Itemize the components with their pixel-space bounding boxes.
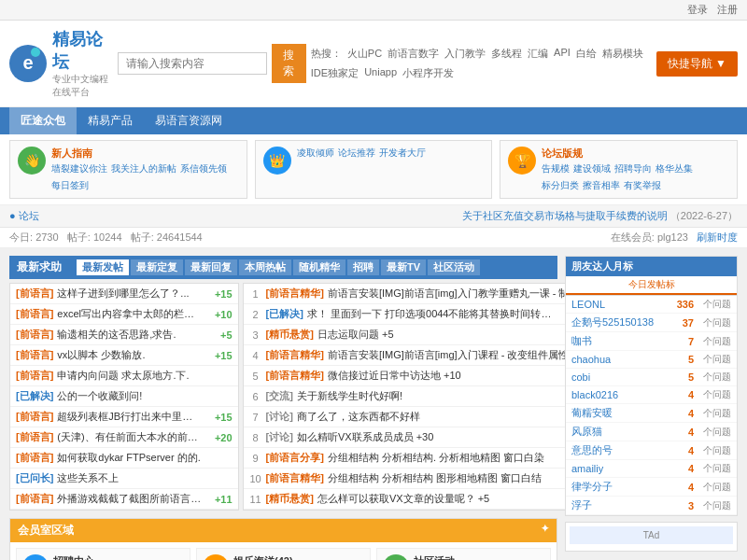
posts-section-label: 最新求助: [17, 259, 62, 275]
new-post-title-6[interactable]: 商了么了，这东西都不好样: [297, 410, 586, 424]
tab-jobs[interactable]: 招聘: [347, 259, 379, 275]
friend-name-8[interactable]: 意思的号: [571, 443, 666, 457]
member-card-2: 🌐 社区活动 主题: 489, 帖子: 4万 最后发表: 秋天 23:15: [376, 548, 551, 560]
hot-tag-3[interactable]: 多线程: [491, 47, 522, 61]
breadcrumb-home[interactable]: ● 论坛: [9, 210, 39, 221]
nav-item-0[interactable]: 匠途众包: [9, 107, 77, 134]
banner-2-link-5[interactable]: 标分归类: [542, 179, 579, 192]
hot-tag-0[interactable]: 火山PC: [347, 47, 382, 61]
friend-name-4[interactable]: cobi: [571, 371, 666, 383]
friend-tab-today[interactable]: 今日发帖标: [566, 276, 737, 295]
new-post-title-3[interactable]: 前语言安装[IMG]前语言[img]入门课程 - 改变组件属性与属色: [328, 348, 586, 362]
banner-2-link-1[interactable]: 告规模: [542, 162, 570, 175]
new-post-title-8[interactable]: 分组相结构 分析相结构. 分析相地精图 窗口白染: [328, 451, 586, 465]
post-num-10: 11: [249, 494, 262, 505]
stats-val3: 24641544: [157, 231, 203, 243]
stats-online-user[interactable]: plg123: [657, 231, 688, 243]
friend-name-1[interactable]: 企鹅号525150138: [571, 315, 666, 329]
banner-0-link-4[interactable]: 每日签到: [51, 179, 89, 192]
register-link[interactable]: 注册: [717, 3, 738, 17]
friend-name-0[interactable]: LEONL: [571, 299, 666, 310]
banner-2-link-4[interactable]: 格华丛集: [655, 162, 693, 175]
new-post-title-4[interactable]: 微信接过近日常中访达地 +10: [328, 369, 586, 383]
header-search-input[interactable]: [118, 52, 267, 75]
banner-2-link-2[interactable]: 建设领域: [573, 162, 611, 175]
hot-tag-1[interactable]: 前语言数字: [388, 47, 439, 61]
new-post-title-5[interactable]: 关于新线学生时代好啊!: [297, 389, 586, 403]
friend-item-10: 律学分子 4 个问题: [566, 478, 737, 497]
friend-name-10[interactable]: 律学分子: [571, 480, 666, 494]
friend-name-2[interactable]: 咖书: [571, 334, 666, 348]
new-post-title-2[interactable]: 日志运取问题 +5: [317, 328, 586, 342]
new-post-title-10[interactable]: 怎么样可以获取VX文章的设量呢？ +5: [317, 492, 586, 506]
quick-nav-btn[interactable]: 快捷导航 ▼: [656, 51, 738, 77]
friend-name-7[interactable]: 风原猫: [571, 425, 666, 439]
post-title-2[interactable]: 输遗相关的这否思路,求告.: [57, 328, 202, 342]
member-card-title-1[interactable]: 娱乐海洋(42): [233, 554, 327, 560]
nav-item-1[interactable]: 精易产品: [77, 107, 144, 134]
friend-item-4: cobi 5 个问题: [566, 369, 737, 386]
post-num-3: 4: [249, 350, 262, 361]
post-title-1[interactable]: excel写出内容拿中太郎的栏栏者看.: [57, 307, 202, 321]
banner-0-link-1[interactable]: 墙裂建议你注: [51, 162, 107, 175]
banner-2-link-3[interactable]: 招聘导向: [614, 162, 652, 175]
post-title-4[interactable]: 申请内向问题 求太原地方.下.: [57, 369, 232, 383]
post-num-4: 5: [249, 371, 262, 382]
post-title-7[interactable]: (天津)、有任前面大本水的前后号号.: [57, 430, 202, 444]
post-title-6[interactable]: 超级列表框JB行打出来中里面的问题.: [57, 410, 202, 424]
post-title-9[interactable]: 这些关系不上: [57, 471, 232, 485]
header-search-btn[interactable]: 搜索: [272, 44, 306, 83]
stats-refresh[interactable]: 刷新时度: [697, 231, 738, 243]
new-post-title-9[interactable]: 分组相结构 分析相结构 图形相地精图 窗口白结: [328, 471, 586, 485]
stats-sep2: 帖子:: [125, 231, 157, 243]
banner-1-link-2[interactable]: 论坛推荐: [338, 147, 375, 160]
new-post-tag-7: [讨论]: [266, 430, 293, 444]
new-post-tag-6: [讨论]: [266, 410, 293, 424]
member-card-title-0[interactable]: 招聘中心: [53, 554, 141, 560]
post-title-5[interactable]: 公的一个收藏到问!: [57, 389, 232, 403]
tab-activity[interactable]: 社区活动: [428, 259, 480, 275]
post-tag-10: [前语言]: [16, 492, 53, 506]
banner-0-link-2[interactable]: 我关注人的新帖: [111, 162, 176, 175]
hot-tag-4[interactable]: 汇编: [528, 47, 548, 61]
banner-0-link-3[interactable]: 系信领先领: [180, 162, 227, 175]
hot-tag-8[interactable]: IDE独家定: [311, 66, 359, 80]
friend-name-3[interactable]: chaohua: [571, 354, 666, 365]
friend-label-6: 个问题: [694, 407, 731, 420]
post-title-10[interactable]: 外播游戏截截了截图所前语言调试.: [57, 492, 202, 506]
login-link[interactable]: 登录: [687, 3, 708, 17]
hot-tag-10[interactable]: 小程序开发: [402, 66, 454, 80]
tab-random[interactable]: 随机精华: [293, 259, 345, 275]
post-item-10: [前语言] 外播游戏截截了截图所前语言调试. +11: [10, 489, 238, 510]
banner-2-link-7[interactable]: 有奖举报: [624, 179, 661, 192]
hot-tag-5[interactable]: API: [554, 47, 571, 61]
tab-tv[interactable]: 最新TV: [381, 259, 426, 275]
friend-name-6[interactable]: 葡糯安暖: [571, 406, 666, 420]
breadcrumb-notice-link[interactable]: 关于社区充值交易市场格与捷取手续费的说明: [462, 210, 668, 221]
friend-name-5[interactable]: black0216: [571, 389, 666, 400]
banner-1-link-3[interactable]: 开发者大厅: [379, 147, 426, 160]
post-score-2: +5: [206, 329, 233, 341]
post-score-3: +15: [206, 350, 233, 361]
hot-tag-7[interactable]: 精易模块: [602, 47, 643, 61]
post-title-0[interactable]: 这样子进到到哪里怎么了？...: [57, 287, 202, 301]
nav-item-2[interactable]: 易语言资源网: [144, 107, 233, 134]
tab-new-reply[interactable]: 最新定复: [131, 259, 183, 275]
new-post-title-7[interactable]: 如么精听VX联系成员成员 +30: [297, 430, 586, 444]
post-title-3[interactable]: vx以脚本 少数输放.: [57, 348, 202, 362]
hot-tag-9[interactable]: Uniapp: [364, 66, 397, 80]
new-post-title-0[interactable]: 前语言安装[IMG]前语言[img]入门教学重赠丸一课 - 制作一个完整UI: [328, 287, 586, 301]
hot-tag-6[interactable]: 白给: [576, 47, 597, 61]
tab-hot-week[interactable]: 本周热帖: [239, 259, 291, 275]
friend-name-9[interactable]: amailiy: [571, 463, 666, 474]
post-title-8[interactable]: 如何获取dykar FTPserver 的的.: [57, 451, 232, 465]
tab-latest-reply[interactable]: 最新回复: [185, 259, 237, 275]
banner-1-link-1[interactable]: 凌取倾师: [297, 147, 334, 160]
friend-item-5: black0216 4 个问题: [566, 386, 737, 404]
new-post-title-1[interactable]: 求！ 里面到一下 打印选项0044不能将其替换时间转换问题: [307, 307, 557, 321]
member-card-title-2[interactable]: 社区活动: [414, 554, 500, 560]
banner-2-link-6[interactable]: 擦音相率: [583, 179, 620, 192]
friend-name-11[interactable]: 浮子: [571, 498, 666, 512]
hot-tag-2[interactable]: 入门教学: [444, 47, 486, 61]
tab-new-posts[interactable]: 最新发帖: [77, 259, 129, 275]
